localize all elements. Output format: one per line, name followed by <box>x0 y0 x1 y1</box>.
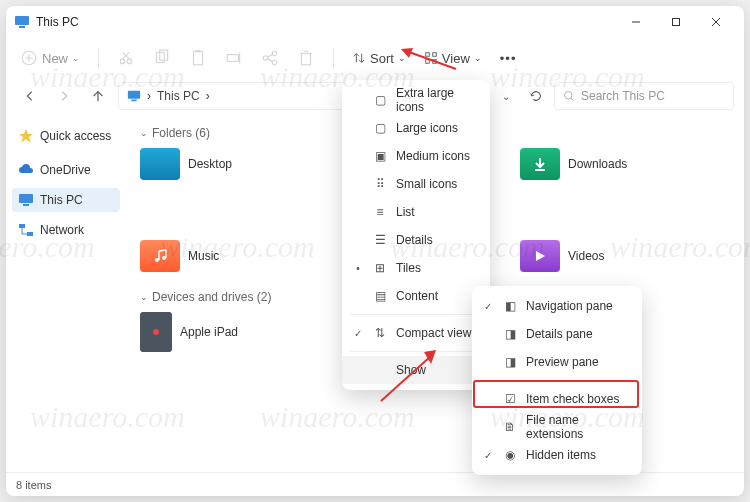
separator <box>333 48 334 68</box>
menu-item-content[interactable]: ▤Content <box>342 282 490 310</box>
copy-icon[interactable] <box>153 49 171 67</box>
network-icon <box>18 222 34 238</box>
sidebar-item-label: Quick access <box>40 129 111 143</box>
folder-item-desktop[interactable]: Desktop <box>140 148 280 180</box>
window-controls <box>616 8 736 36</box>
svg-rect-35 <box>131 100 136 102</box>
svg-rect-29 <box>426 53 430 57</box>
sort-button[interactable]: Sort ⌄ <box>352 51 406 66</box>
sidebar-item-network[interactable]: Network <box>12 218 120 242</box>
menu-item-large-icons[interactable]: ▢Large icons <box>342 114 490 142</box>
grid-l-icon: ▢ <box>372 120 388 136</box>
crumb-location: This PC <box>157 89 200 103</box>
paste-icon[interactable] <box>189 49 207 67</box>
folder-item-music[interactable]: Music <box>140 240 280 272</box>
menu-item-hidden-items[interactable]: ✓◉Hidden items <box>472 441 642 469</box>
view-button[interactable]: View ⌄ <box>424 51 482 66</box>
menu-item-navigation-pane[interactable]: ✓◧Navigation pane <box>472 292 642 320</box>
item-label: Videos <box>568 249 604 263</box>
sidebar-item-label: OneDrive <box>40 163 91 177</box>
crumb-sep: › <box>206 89 210 103</box>
sidebar-item-quick-access[interactable]: Quick access <box>12 124 120 148</box>
item-label: Desktop <box>188 157 232 171</box>
item-label: Music <box>188 249 219 263</box>
svg-rect-15 <box>194 51 203 65</box>
menu-item-details-pane[interactable]: ◨Details pane <box>472 320 642 348</box>
menu-item-file-name-extensions[interactable]: 🗎File name extensions <box>472 413 642 441</box>
tiles-icon: ⊞ <box>372 260 388 276</box>
sidebar-item-label: Network <box>40 223 84 237</box>
device-icon <box>140 312 172 352</box>
search-box[interactable]: Search This PC <box>554 82 734 110</box>
pane-icon: ◨ <box>502 354 518 370</box>
svg-marker-52 <box>536 251 545 261</box>
menu-item-extra-large-icons[interactable]: ▢Extra large icons <box>342 86 490 114</box>
close-button[interactable] <box>696 8 736 36</box>
search-icon <box>563 90 575 102</box>
folder-item-videos[interactable]: Videos <box>520 240 660 272</box>
menu-separator <box>480 380 634 381</box>
new-button[interactable]: New ⌄ <box>20 49 80 67</box>
back-button[interactable] <box>16 82 44 110</box>
minimize-button[interactable] <box>616 8 656 36</box>
more-button[interactable]: ••• <box>500 51 517 66</box>
this-pc-icon <box>18 192 34 208</box>
menu-item-tiles[interactable]: •⊞Tiles <box>342 254 490 282</box>
this-pc-icon <box>14 14 30 30</box>
rename-icon[interactable] <box>225 49 243 67</box>
titlebar: This PC <box>6 6 744 38</box>
menu-item-show[interactable]: Show› <box>342 356 490 384</box>
up-button[interactable] <box>84 82 112 110</box>
menu-item-small-icons[interactable]: ⠿Small icons <box>342 170 490 198</box>
view-icon <box>424 51 438 65</box>
svg-line-37 <box>571 98 573 100</box>
chevron-down-icon: ⌄ <box>474 53 482 63</box>
sidebar-item-this-pc[interactable]: This PC <box>12 188 120 212</box>
device-item-ipad[interactable]: Apple iPad <box>140 312 280 352</box>
folder-icon <box>140 240 180 272</box>
folder-icon <box>520 148 560 180</box>
grid-xl-icon: ▢ <box>372 92 388 108</box>
forward-button[interactable] <box>50 82 78 110</box>
svg-rect-31 <box>426 60 430 64</box>
folder-item-downloads[interactable]: Downloads <box>520 148 660 180</box>
file-explorer-window: This PC New ⌄ Sort ⌄ View ⌄ ••• <box>6 6 744 496</box>
menu-separator <box>350 314 482 315</box>
sidebar-item-onedrive[interactable]: OneDrive <box>12 158 120 182</box>
sort-icon <box>352 51 366 65</box>
svg-line-22 <box>268 55 273 57</box>
svg-rect-39 <box>19 194 33 203</box>
view-menu: ▢Extra large icons ▢Large icons ▣Medium … <box>342 80 490 390</box>
svg-rect-16 <box>196 50 201 52</box>
svg-rect-41 <box>19 224 25 228</box>
chevron-down-icon: ⌄ <box>72 53 80 63</box>
menu-item-list[interactable]: ≡List <box>342 198 490 226</box>
pane-icon: ◧ <box>502 298 518 314</box>
refresh-button[interactable] <box>524 84 548 108</box>
menu-item-medium-icons[interactable]: ▣Medium icons <box>342 142 490 170</box>
menu-item-compact-view[interactable]: ✓⇅Compact view <box>342 319 490 347</box>
svg-marker-38 <box>19 129 33 143</box>
list-icon: ≡ <box>372 204 388 220</box>
menu-item-item-check-boxes[interactable]: ☑Item check boxes <box>472 385 642 413</box>
svg-point-36 <box>565 92 573 100</box>
maximize-button[interactable] <box>656 8 696 36</box>
pane-icon: ◨ <box>502 326 518 342</box>
menu-item-preview-pane[interactable]: ◨Preview pane <box>472 348 642 376</box>
sort-label: Sort <box>370 51 394 66</box>
cut-icon[interactable] <box>117 49 135 67</box>
svg-point-10 <box>127 59 132 64</box>
search-placeholder: Search This PC <box>581 89 665 103</box>
svg-rect-3 <box>673 19 680 26</box>
menu-item-details[interactable]: ☰Details <box>342 226 490 254</box>
share-icon[interactable] <box>261 49 279 67</box>
folder-icon <box>520 240 560 272</box>
grid-s-icon: ⠿ <box>372 176 388 192</box>
dropdown-button[interactable]: ⌄ <box>494 84 518 108</box>
delete-icon[interactable] <box>297 49 315 67</box>
item-count: 8 items <box>16 479 51 491</box>
view-label: View <box>442 51 470 66</box>
star-icon <box>18 128 34 144</box>
compact-icon: ⇅ <box>372 325 388 341</box>
svg-rect-40 <box>23 204 29 206</box>
